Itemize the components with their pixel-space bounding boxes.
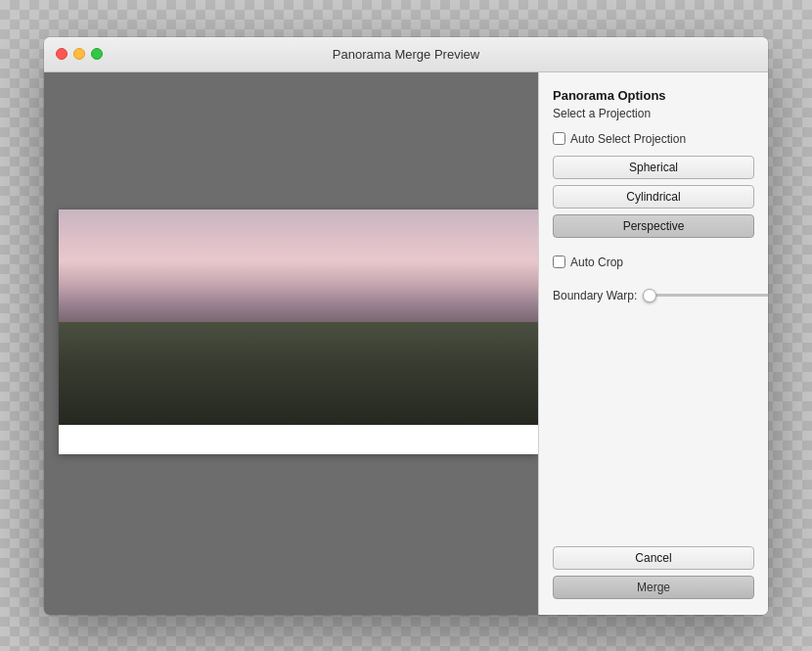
preview-bottom-gray [44, 517, 538, 615]
preview-image [59, 209, 538, 454]
boundary-warp-row: Boundary Warp: 0 [553, 289, 754, 302]
options-subtitle: Select a Projection [553, 107, 754, 120]
title-bar: Panorama Merge Preview [44, 37, 768, 72]
close-button[interactable] [56, 48, 68, 60]
merge-button[interactable]: Merge [553, 576, 754, 599]
auto-crop-checkbox[interactable] [553, 256, 565, 268]
cylindrical-button[interactable]: Cylindrical [553, 185, 754, 209]
auto-select-row: Auto Select Projection [553, 132, 754, 146]
perspective-button[interactable]: Perspective [553, 214, 754, 238]
content-area: Panorama Options Select a Projection Aut… [44, 72, 768, 615]
preview-top-gray [44, 72, 538, 224]
minimize-button[interactable] [73, 48, 85, 60]
traffic-lights [56, 48, 103, 60]
auto-select-label: Auto Select Projection [570, 132, 686, 146]
main-window: Panorama Merge Preview Panorama Options … [44, 37, 768, 615]
auto-crop-label: Auto Crop [570, 256, 623, 269]
ground-area [59, 322, 538, 425]
spherical-button[interactable]: Spherical [553, 156, 754, 179]
maximize-button[interactable] [91, 48, 103, 60]
bottom-buttons: Cancel Merge [553, 546, 754, 599]
window-title: Panorama Merge Preview [333, 47, 479, 62]
boundary-warp-label: Boundary Warp: [553, 289, 637, 302]
auto-select-checkbox[interactable] [553, 132, 565, 145]
white-gap [59, 425, 538, 454]
options-title: Panorama Options [553, 88, 754, 103]
preview-panel [44, 72, 538, 615]
options-panel: Panorama Options Select a Projection Aut… [538, 72, 768, 615]
preview-image-container [59, 209, 538, 454]
boundary-warp-slider[interactable] [643, 294, 768, 297]
options-spacer [553, 302, 754, 535]
auto-crop-row: Auto Crop [553, 256, 754, 269]
cancel-button[interactable]: Cancel [553, 546, 754, 570]
